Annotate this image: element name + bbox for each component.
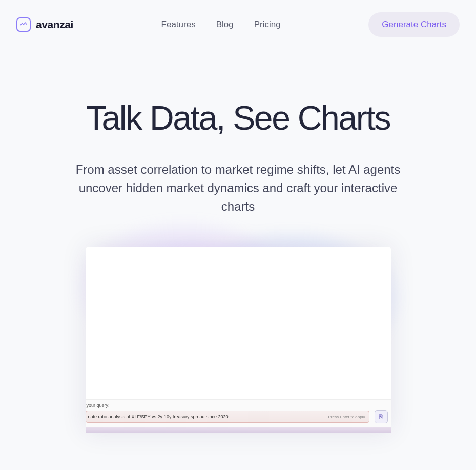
query-label: your query:	[86, 403, 391, 408]
query-hint: Press Enter to apply	[328, 415, 365, 419]
nav-blog[interactable]: Blog	[216, 19, 234, 30]
site-header: avanzai Features Blog Pricing Generate C…	[0, 0, 476, 49]
document-icon: ⎘	[379, 413, 383, 420]
app-preview: your query: Press Enter to apply ⎘	[86, 247, 391, 433]
preview-canvas	[86, 247, 391, 399]
preview-query-bar: your query: Press Enter to apply ⎘	[86, 399, 391, 427]
brand-logo-icon	[16, 17, 31, 32]
query-row: Press Enter to apply ⎘	[86, 410, 391, 427]
send-query-button[interactable]: ⎘	[375, 410, 388, 423]
brand-name: avanzai	[36, 18, 73, 31]
nav-features[interactable]: Features	[161, 19, 196, 30]
preview-footer-strip	[86, 427, 391, 433]
nav-pricing[interactable]: Pricing	[254, 19, 281, 30]
hero-title: Talk Data, See Charts	[31, 100, 445, 136]
brand[interactable]: avanzai	[16, 17, 73, 32]
hero-section: Talk Data, See Charts From asset correla…	[0, 100, 476, 216]
preview-wrap: your query: Press Enter to apply ⎘	[0, 247, 476, 433]
generate-charts-button[interactable]: Generate Charts	[368, 12, 460, 37]
top-nav: Features Blog Pricing	[161, 19, 281, 30]
query-input[interactable]	[86, 411, 369, 423]
query-input-wrap: Press Enter to apply	[86, 411, 369, 423]
